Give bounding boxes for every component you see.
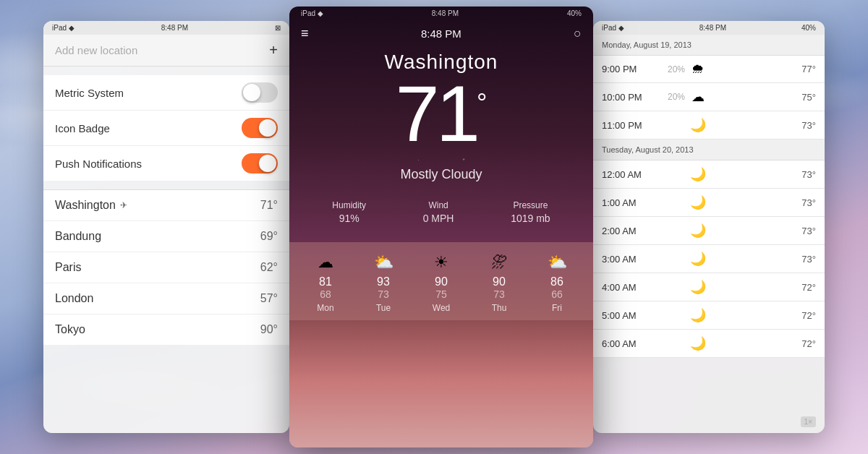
hour-time: 12:00 AM (602, 169, 656, 180)
list-item: 10:00 PM 20% ☁ 75° (593, 83, 825, 111)
forecast-thu-day: Thu (470, 303, 528, 313)
forecast-wed-low: 75 (412, 288, 470, 300)
hour-precip: 20% (656, 92, 685, 102)
pressure-value: 1019 mb (511, 213, 550, 224)
right-status-bar: iPad ◆ 8:48 PM 40% (593, 21, 825, 35)
metric-system-label: Metric System (55, 87, 124, 99)
right-status-time: 8:48 PM (699, 24, 726, 32)
location-name-tokyo: Tokyo (55, 323, 85, 336)
hour-icon: 🌧 (685, 61, 710, 77)
left-panel: iPad ◆ 8:48 PM ⊠ Add new location + Metr… (43, 21, 289, 433)
add-location-placeholder: Add new location (55, 44, 137, 56)
icon-badge-thumb (259, 119, 276, 137)
location-name-bandung: Bandung (55, 230, 101, 243)
location-temp-bandung: 69° (260, 230, 278, 243)
humidity-detail: Humidity 91% (332, 200, 366, 224)
list-item: 5:00 AM 🌙 72° (593, 301, 825, 330)
hour-icon: 🌙 (685, 251, 710, 267)
list-item: 4:00 AM 🌙 72° (593, 273, 825, 301)
forecast-fri-low: 66 (528, 288, 586, 300)
location-temp-london: 57° (260, 292, 278, 305)
forecast-tue: ⛅ 93 73 Tue (354, 253, 412, 313)
forecast-thu-low: 73 (470, 288, 528, 300)
wind-value: 0 MPH (423, 213, 454, 224)
center-status-left: iPad ◆ (301, 9, 323, 17)
humidity-label: Humidity (332, 200, 366, 210)
icon-badge-row: Icon Badge (43, 111, 289, 146)
settings-section: Metric System Icon Badge Push Notificati… (43, 67, 289, 190)
metric-system-row: Metric System (43, 75, 289, 111)
list-item: 1:00 AM 🌙 73° (593, 189, 825, 217)
center-status-time: 8:48 PM (432, 9, 459, 17)
push-notifications-toggle[interactable] (242, 153, 278, 174)
wind-label: Wind (423, 200, 454, 210)
weather-condition: Mostly Cloudy (289, 167, 593, 182)
list-item[interactable]: Bandung 69° (43, 221, 289, 252)
hour-icon: ☁ (685, 89, 710, 105)
forecast-fri-day: Fri (528, 303, 586, 313)
temperature-display: 71° (289, 74, 593, 153)
list-item[interactable]: Paris 62° (43, 252, 289, 283)
forecast-fri-icon: ⛅ (528, 253, 586, 272)
hour-temp: 73° (710, 169, 816, 180)
forecast-fri: ⛅ 86 66 Fri (528, 253, 586, 313)
pressure-detail: Pressure 1019 mb (511, 200, 550, 224)
section1-header: Monday, August 19, 2013 (593, 35, 825, 56)
push-notifications-row: Push Notifications (43, 146, 289, 181)
center-status-bar: iPad ◆ 8:48 PM 40% (289, 7, 593, 20)
degree-symbol: ° (477, 88, 487, 119)
forecast-mon: ☁ 81 68 Mon (297, 253, 354, 313)
hour-icon: 🌙 (685, 223, 710, 239)
current-location-icon: ✈ (120, 200, 127, 210)
locations-section: Washington ✈ 71° Bandung 69° Paris 62° L… (43, 190, 289, 345)
hour-temp: 72° (710, 310, 816, 321)
list-item[interactable]: London 57° (43, 283, 289, 314)
list-item[interactable]: Tokyo 90° (43, 314, 289, 345)
forecast-fri-high: 86 (528, 275, 586, 288)
forecast-mon-low: 68 (297, 288, 354, 300)
hour-temp: 73° (710, 254, 816, 265)
metric-system-thumb (243, 84, 260, 101)
location-name-washington: Washington ✈ (55, 199, 127, 212)
center-status-right: 40% (567, 9, 582, 17)
hour-temp: 73° (710, 120, 816, 131)
location-temp-washington: 71° (260, 199, 278, 212)
push-notifications-thumb (259, 155, 276, 172)
hour-time: 9:00 PM (602, 64, 656, 74)
hour-time: 2:00 AM (602, 226, 656, 236)
hour-time: 3:00 AM (602, 254, 656, 265)
forecast-wed-day: Wed (412, 303, 470, 313)
forecast-wed: ☀ 90 75 Wed (412, 253, 470, 313)
hour-precip: 20% (656, 64, 685, 74)
location-name-london: London (55, 292, 93, 305)
list-item[interactable]: Washington ✈ 71° (43, 190, 289, 221)
left-status-time: 8:48 PM (161, 24, 188, 32)
clock-icon[interactable]: ○ (574, 26, 582, 41)
center-header: ≡ 8:48 PM ○ (289, 20, 593, 47)
forecast-wed-icon: ☀ (412, 253, 470, 272)
menu-icon[interactable]: ≡ (301, 26, 309, 41)
list-item: 12:00 AM 🌙 73° (593, 160, 825, 189)
location-temp-tokyo: 90° (260, 323, 278, 336)
hour-temp: 72° (710, 282, 816, 293)
metric-system-toggle[interactable] (242, 82, 278, 103)
hour-icon: 🌙 (685, 117, 710, 133)
location-name-paris: Paris (55, 261, 81, 274)
forecast-thu-high: 90 (470, 275, 528, 288)
footer-badge: 1× (801, 416, 816, 427)
forecast-wed-high: 90 (412, 275, 470, 288)
hour-time: 6:00 AM (602, 338, 656, 349)
left-status-left: iPad ◆ (52, 24, 75, 32)
hour-time: 5:00 AM (602, 310, 656, 321)
hour-time: 10:00 PM (602, 92, 656, 103)
forecast-thu: ⛈ 90 73 Thu (470, 253, 528, 313)
list-item: 9:00 PM 20% 🌧 77° (593, 56, 825, 83)
icon-badge-label: Icon Badge (55, 122, 110, 134)
icon-badge-toggle[interactable] (242, 118, 278, 138)
add-location-button[interactable]: + (269, 42, 278, 59)
hour-icon: 🌙 (685, 335, 710, 351)
forecast-thu-icon: ⛈ (470, 253, 528, 272)
forecast-mon-day: Mon (297, 303, 354, 313)
list-item: 2:00 AM 🌙 73° (593, 217, 825, 245)
wind-detail: Wind 0 MPH (423, 200, 454, 224)
